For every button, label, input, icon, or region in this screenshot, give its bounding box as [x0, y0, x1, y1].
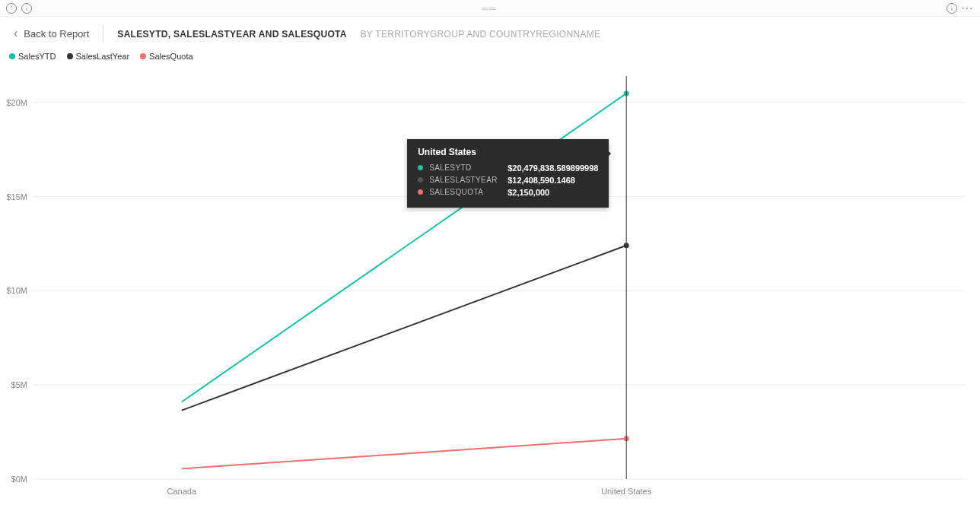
- y-tick-label: $5M: [11, 380, 27, 389]
- divider: [103, 25, 103, 42]
- tooltip-value: $2,150,000: [508, 188, 549, 197]
- tooltip-title: United States: [418, 147, 598, 157]
- tooltip-dot-icon: [418, 177, 423, 183]
- y-tick-label: $15M: [6, 192, 27, 202]
- tooltip-row: SALESLASTYEAR$12,408,590.1468: [418, 174, 598, 186]
- tooltip-dot-icon: [418, 189, 423, 195]
- drill-up-icon[interactable]: ↑: [6, 3, 17, 14]
- tooltip-value: $20,479,838.589899998: [508, 163, 598, 173]
- tooltip-row: SALESYTD$20,479,838.589899998: [418, 162, 598, 174]
- legend-item[interactable]: SalesLastYear: [67, 52, 130, 61]
- y-tick-label: $20M: [6, 98, 27, 107]
- header: ‹ Back to Report SALESYTD, SALESLASTYEAR…: [0, 17, 980, 50]
- export-icon[interactable]: ↓: [947, 3, 957, 14]
- legend-label: SalesLastYear: [76, 52, 130, 61]
- tooltip-label: SALESLASTYEAR: [429, 176, 501, 184]
- more-options-icon[interactable]: ···: [962, 3, 974, 14]
- tooltip-row: SALESQUOTA$2,150,000: [418, 186, 598, 198]
- legend-label: SalesQuota: [149, 52, 192, 61]
- x-tick-label: United States: [601, 487, 652, 496]
- tooltip-label: SALESQUOTA: [429, 188, 501, 196]
- legend-label: SalesYTD: [18, 52, 56, 61]
- y-tick-label: $10M: [6, 286, 27, 295]
- tooltip-label: SALESYTD: [429, 163, 501, 172]
- drill-down-icon[interactable]: ↓: [21, 3, 32, 14]
- tooltip-value: $12,408,590.1468: [508, 176, 575, 185]
- legend-dot-icon: [140, 53, 146, 59]
- grip-handle-icon[interactable]: ══: [481, 3, 497, 14]
- line-chart[interactable]: $0M$5M$10M$15M$20MCanadaUnited States: [0, 61, 980, 517]
- y-tick-label: $0M: [11, 475, 27, 484]
- tooltip-dot-icon: [418, 165, 423, 170]
- back-label: Back to Report: [24, 28, 89, 40]
- back-to-report-button[interactable]: ‹ Back to Report: [14, 27, 89, 40]
- page-title-sub: BY TERRITORYGROUP AND COUNTRYREGIONNAME: [361, 29, 601, 40]
- legend-item[interactable]: SalesQuota: [140, 52, 192, 61]
- chart-container: $0M$5M$10M$15M$20MCanadaUnited States Un…: [0, 61, 980, 517]
- top-toolbar: ↑ ↓ ══ ↓ ···: [0, 0, 980, 17]
- x-tick-label: Canada: [167, 487, 197, 496]
- legend: SalesYTDSalesLastYearSalesQuota: [0, 50, 980, 61]
- tooltip: United States SALESYTD$20,479,838.589899…: [407, 139, 609, 208]
- legend-item[interactable]: SalesYTD: [9, 52, 56, 61]
- legend-dot-icon: [67, 53, 73, 59]
- chevron-left-icon: ‹: [14, 27, 18, 40]
- legend-dot-icon: [9, 53, 15, 59]
- page-title-main: SALESYTD, SALESLASTYEAR AND SALESQUOTA: [117, 29, 346, 40]
